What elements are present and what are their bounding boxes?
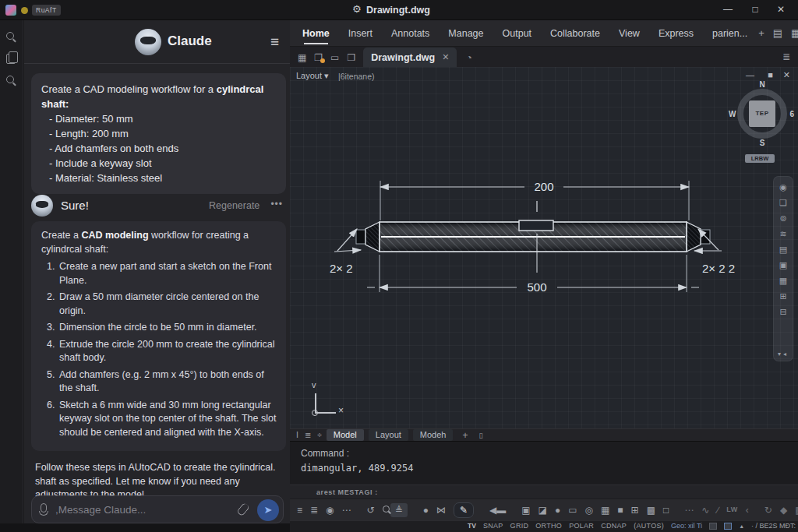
copy-icon[interactable]: ◪ — [538, 506, 547, 515]
layers-icon[interactable]: ≣ — [310, 506, 318, 515]
view-cube[interactable]: N W S 6 TEP — [737, 89, 787, 139]
tab-layout[interactable]: Layout — [369, 429, 408, 441]
layers-icon[interactable]: ❏ — [779, 199, 787, 207]
edit-icon[interactable]: ▣ — [521, 506, 530, 515]
toggle-autos[interactable]: (AUTOS) — [634, 522, 664, 530]
viewport-maximize-icon[interactable]: ■ — [768, 70, 773, 79]
grid-icon[interactable]: ▩ — [647, 506, 655, 515]
more-icon[interactable]: ⋯ — [342, 506, 351, 515]
points-icon[interactable]: ⋯ — [684, 506, 694, 515]
toggle-osnap[interactable]: CDNAP — [601, 522, 627, 530]
circle-icon[interactable]: ◎ — [585, 506, 593, 515]
lineweight-toggle[interactable]: LW — [726, 506, 738, 513]
collapse-icon[interactable]: ▾◂ — [778, 351, 789, 358]
nodes-icon[interactable]: ⊞ — [631, 506, 639, 515]
message-input[interactable] — [55, 496, 211, 523]
slider-icon[interactable]: ≜ — [390, 503, 408, 517]
tab-list-icon[interactable]: ≣ — [782, 51, 790, 62]
display-icon[interactable] — [724, 523, 732, 530]
viewport-close-icon[interactable]: ✕ — [783, 70, 790, 80]
wcs-badge[interactable]: LRBW — [745, 154, 775, 163]
viewport-minimize-icon[interactable]: — — [746, 70, 754, 79]
ribbon-tab-collaborate[interactable]: Collaborate — [550, 21, 600, 46]
droplet-icon[interactable]: ◆ — [780, 506, 787, 515]
ribbon-tab-overflow[interactable]: parien... — [712, 21, 747, 46]
ribbon-tab-express[interactable]: Express — [659, 21, 694, 46]
minimize-button[interactable]: — — [720, 4, 736, 15]
viewport-layout-label[interactable]: Layout ▾ — [296, 71, 329, 81]
image-icon[interactable]: ▣ — [779, 261, 787, 270]
viewcube-north[interactable]: N — [759, 80, 764, 89]
refresh-icon[interactable]: ↻ — [764, 506, 772, 515]
message-composer[interactable]: ➤ — [31, 495, 284, 523]
chevron-icon[interactable]: ‹ — [746, 506, 749, 515]
clipboard-icon[interactable]: ▭ — [568, 506, 577, 515]
slope-icon[interactable]: ∕ — [717, 506, 719, 515]
add-icon[interactable]: + — [758, 27, 764, 39]
viewcube-east[interactable]: 6 — [789, 110, 794, 118]
sheet-icon[interactable]: ❒ — [347, 52, 355, 63]
ribbon-tab-insert[interactable]: Insert — [348, 21, 373, 46]
image-icon[interactable]: ▦ — [779, 277, 787, 285]
triangle-icon[interactable]: ▲ — [739, 523, 744, 529]
table-icon[interactable]: ▦ — [601, 506, 609, 515]
grid-add-icon[interactable]: ⊟ — [779, 308, 786, 316]
user-icon[interactable]: ◉ — [326, 506, 334, 515]
trash-icon[interactable]: ▯ — [479, 432, 483, 439]
ribbon-tab-annotate[interactable]: Annotats — [391, 21, 429, 46]
add-layout-icon[interactable]: + — [462, 430, 468, 441]
search-icon[interactable] — [6, 31, 16, 45]
new-drawing-icon[interactable]: ▭ — [330, 52, 339, 63]
hamburger-icon[interactable]: ≣ — [305, 431, 311, 439]
wave-icon[interactable]: ∿ — [701, 506, 709, 515]
prev-icon[interactable]: ◀▬ — [489, 506, 506, 515]
undo-icon[interactable]: ↺ — [367, 506, 375, 515]
viewcube-west[interactable]: W — [729, 110, 736, 118]
ribbon-tab-home[interactable]: Home — [302, 21, 330, 46]
regenerate-button[interactable]: Regenerate — [209, 200, 260, 211]
drawing-canvas[interactable]: Layout ▾ |6itenane) — ■ ✕ N W S 6 TEP LR… — [290, 67, 798, 428]
grid-icon[interactable]: ⊞ — [779, 292, 786, 301]
more-options-icon[interactable]: ••• — [270, 199, 283, 210]
toggle-ortho[interactable]: ORTHO — [535, 522, 562, 530]
menu-icon[interactable]: ≡ — [270, 33, 279, 51]
close-button[interactable]: ✕ — [773, 4, 789, 15]
solid-icon[interactable]: ■ — [617, 506, 623, 515]
close-tab-icon[interactable]: ✕ — [442, 52, 449, 62]
ribbon-tab-manage[interactable]: Manage — [448, 21, 483, 46]
attachment-icon[interactable] — [236, 502, 250, 517]
tab-model[interactable]: Model — [327, 429, 364, 441]
workspace-icon[interactable] — [709, 523, 717, 530]
pencil-icon[interactable]: ✎ — [454, 502, 474, 518]
send-button[interactable]: ➤ — [257, 499, 279, 521]
bubble-icon[interactable]: ● — [423, 506, 429, 515]
card-icon[interactable]: ▤ — [779, 245, 787, 254]
share-icon[interactable]: ⊚ — [779, 214, 786, 223]
paste-icon[interactable]: ❐ — [314, 52, 323, 63]
users-icon[interactable]: ≋ — [779, 230, 786, 238]
grid-view-icon[interactable]: ▦ — [298, 52, 306, 63]
command-line-panel[interactable]: Command : dimangular, 489.9254 — [290, 441, 798, 484]
mirror-icon[interactable]: ⋈ — [436, 506, 446, 515]
tab-list-icon[interactable]: Ⅰ — [296, 431, 298, 439]
square-icon[interactable]: □ — [663, 506, 669, 515]
search-icon[interactable] — [6, 75, 16, 89]
ribbon-tab-output[interactable]: Output — [503, 21, 532, 46]
model-space-icon[interactable]: TV — [468, 522, 476, 530]
keyboard-icon[interactable]: ▦ — [791, 27, 798, 39]
ribbon-tab-view[interactable]: View — [619, 21, 640, 46]
panel-icon[interactable]: ▤ — [773, 27, 782, 39]
user-icon[interactable]: ◉ — [779, 183, 787, 192]
maximize-button[interactable]: □ — [747, 4, 763, 15]
tab-layout2[interactable]: Modeh — [413, 429, 454, 441]
command-entry[interactable]: dimangular, 489.9254 — [301, 463, 414, 474]
new-tab-icon[interactable]: ◔ — [466, 52, 471, 63]
pattern-icon[interactable]: ▩ — [795, 506, 798, 515]
toggle-snap[interactable]: SNAP — [483, 522, 503, 530]
viewcube-south[interactable]: S — [760, 139, 765, 147]
viewcube-top-face[interactable]: TEP — [749, 100, 775, 127]
toggle-grid[interactable]: GRID — [510, 522, 529, 530]
list-icon[interactable]: ≡ — [297, 506, 302, 515]
library-icon[interactable] — [6, 53, 16, 67]
toggle-polar[interactable]: POLAR — [569, 522, 594, 530]
